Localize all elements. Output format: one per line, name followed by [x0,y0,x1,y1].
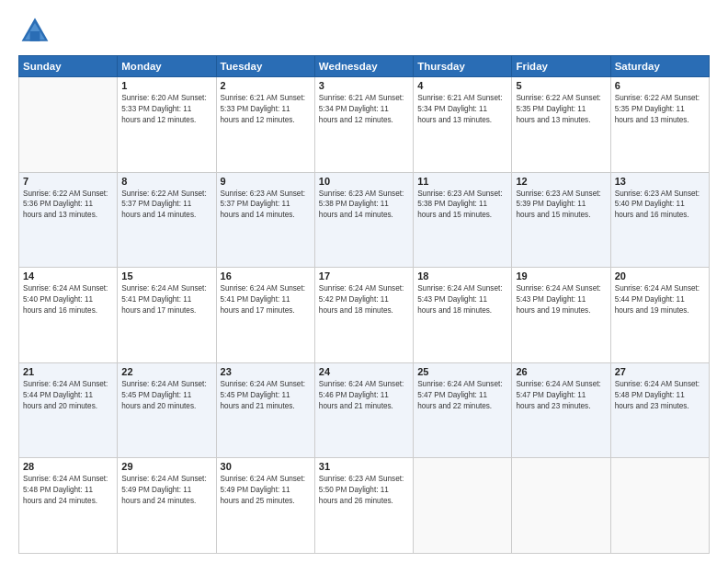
calendar-cell: 25Sunrise: 6:24 AM Sunset: 5:47 PM Dayli… [414,362,512,458]
calendar-header-row: SundayMondayTuesdayWednesdayThursdayFrid… [19,56,710,77]
day-info: Sunrise: 6:24 AM Sunset: 5:48 PM Dayligh… [615,379,705,412]
day-info: Sunrise: 6:21 AM Sunset: 5:33 PM Dayligh… [221,93,311,126]
header-friday: Friday [512,56,610,77]
calendar-cell [19,77,118,173]
day-info: Sunrise: 6:21 AM Sunset: 5:34 PM Dayligh… [417,93,507,126]
calendar-cell: 10Sunrise: 6:23 AM Sunset: 5:38 PM Dayli… [314,172,413,268]
calendar-cell: 3Sunrise: 6:21 AM Sunset: 5:34 PM Daylig… [314,77,413,173]
calendar-cell: 23Sunrise: 6:24 AM Sunset: 5:45 PM Dayli… [216,362,314,458]
header-thursday: Thursday [414,56,512,77]
calendar-cell: 5Sunrise: 6:22 AM Sunset: 5:35 PM Daylig… [512,77,610,173]
header-wednesday: Wednesday [314,56,413,77]
day-number: 16 [221,270,311,282]
day-number: 5 [516,80,606,91]
day-info: Sunrise: 6:24 AM Sunset: 5:41 PM Dayligh… [121,283,211,316]
calendar-cell: 26Sunrise: 6:24 AM Sunset: 5:47 PM Dayli… [512,362,610,458]
header [18,15,710,48]
calendar-cell [414,458,512,554]
calendar-cell: 4Sunrise: 6:21 AM Sunset: 5:34 PM Daylig… [414,77,512,173]
header-tuesday: Tuesday [216,56,314,77]
day-number: 21 [23,366,113,377]
day-number: 2 [221,80,311,91]
calendar-cell: 28Sunrise: 6:24 AM Sunset: 5:48 PM Dayli… [19,458,118,554]
calendar-cell: 31Sunrise: 6:23 AM Sunset: 5:50 PM Dayli… [314,458,413,554]
day-info: Sunrise: 6:23 AM Sunset: 5:37 PM Dayligh… [221,189,311,222]
day-info: Sunrise: 6:24 AM Sunset: 5:46 PM Dayligh… [319,379,409,412]
calendar-table: SundayMondayTuesdayWednesdayThursdayFrid… [18,55,710,554]
calendar-cell: 22Sunrise: 6:24 AM Sunset: 5:45 PM Dayli… [118,362,216,458]
calendar-cell: 8Sunrise: 6:22 AM Sunset: 5:37 PM Daylig… [118,172,216,268]
day-number: 29 [121,461,211,472]
day-info: Sunrise: 6:24 AM Sunset: 5:49 PM Dayligh… [221,474,311,507]
day-info: Sunrise: 6:24 AM Sunset: 5:45 PM Dayligh… [121,379,211,412]
calendar-cell: 29Sunrise: 6:24 AM Sunset: 5:49 PM Dayli… [118,458,216,554]
day-info: Sunrise: 6:22 AM Sunset: 5:35 PM Dayligh… [516,93,606,126]
day-info: Sunrise: 6:23 AM Sunset: 5:39 PM Dayligh… [516,189,606,222]
day-info: Sunrise: 6:24 AM Sunset: 5:48 PM Dayligh… [23,474,113,507]
header-saturday: Saturday [610,56,709,77]
day-number: 8 [121,176,211,187]
day-info: Sunrise: 6:24 AM Sunset: 5:44 PM Dayligh… [615,283,705,316]
day-number: 7 [23,176,113,187]
day-info: Sunrise: 6:23 AM Sunset: 5:50 PM Dayligh… [319,474,409,507]
calendar-cell: 12Sunrise: 6:23 AM Sunset: 5:39 PM Dayli… [512,172,610,268]
calendar-cell: 2Sunrise: 6:21 AM Sunset: 5:33 PM Daylig… [216,77,314,173]
calendar-cell: 9Sunrise: 6:23 AM Sunset: 5:37 PM Daylig… [216,172,314,268]
day-info: Sunrise: 6:24 AM Sunset: 5:40 PM Dayligh… [23,283,113,316]
day-info: Sunrise: 6:22 AM Sunset: 5:37 PM Dayligh… [121,189,211,222]
day-info: Sunrise: 6:24 AM Sunset: 5:43 PM Dayligh… [516,283,606,316]
calendar-cell: 20Sunrise: 6:24 AM Sunset: 5:44 PM Dayli… [610,268,709,363]
calendar-week-5: 28Sunrise: 6:24 AM Sunset: 5:48 PM Dayli… [19,458,710,554]
calendar-cell: 15Sunrise: 6:24 AM Sunset: 5:41 PM Dayli… [118,268,216,363]
day-number: 22 [121,366,211,377]
day-info: Sunrise: 6:24 AM Sunset: 5:43 PM Dayligh… [417,283,507,316]
day-info: Sunrise: 6:24 AM Sunset: 5:49 PM Dayligh… [121,474,211,507]
calendar-week-4: 21Sunrise: 6:24 AM Sunset: 5:44 PM Dayli… [19,362,710,458]
calendar-cell: 7Sunrise: 6:22 AM Sunset: 5:36 PM Daylig… [19,172,118,268]
day-number: 14 [23,270,113,282]
calendar-week-3: 14Sunrise: 6:24 AM Sunset: 5:40 PM Dayli… [19,268,710,363]
day-number: 17 [319,270,409,282]
day-number: 24 [319,366,409,377]
day-number: 28 [23,461,113,472]
day-info: Sunrise: 6:23 AM Sunset: 5:38 PM Dayligh… [417,189,507,222]
day-number: 11 [417,176,507,187]
calendar-cell: 19Sunrise: 6:24 AM Sunset: 5:43 PM Dayli… [512,268,610,363]
day-number: 3 [319,80,409,91]
header-sunday: Sunday [19,56,118,77]
calendar-cell [610,458,709,554]
logo-icon [18,15,51,48]
day-info: Sunrise: 6:24 AM Sunset: 5:42 PM Dayligh… [319,283,409,316]
day-number: 19 [516,270,606,282]
day-number: 18 [417,270,507,282]
day-info: Sunrise: 6:23 AM Sunset: 5:40 PM Dayligh… [615,189,705,222]
day-number: 4 [417,80,507,91]
calendar-cell: 27Sunrise: 6:24 AM Sunset: 5:48 PM Dayli… [610,362,709,458]
calendar-cell: 16Sunrise: 6:24 AM Sunset: 5:41 PM Dayli… [216,268,314,363]
day-info: Sunrise: 6:24 AM Sunset: 5:47 PM Dayligh… [516,379,606,412]
day-number: 26 [516,366,606,377]
day-info: Sunrise: 6:22 AM Sunset: 5:35 PM Dayligh… [615,93,705,126]
day-number: 25 [417,366,507,377]
day-number: 31 [319,461,409,472]
day-info: Sunrise: 6:20 AM Sunset: 5:33 PM Dayligh… [121,93,211,126]
calendar-cell: 17Sunrise: 6:24 AM Sunset: 5:42 PM Dayli… [314,268,413,363]
day-number: 30 [221,461,311,472]
logo [18,15,55,48]
calendar-week-1: 1Sunrise: 6:20 AM Sunset: 5:33 PM Daylig… [19,77,710,173]
day-number: 23 [221,366,311,377]
day-info: Sunrise: 6:24 AM Sunset: 5:45 PM Dayligh… [221,379,311,412]
calendar-cell: 24Sunrise: 6:24 AM Sunset: 5:46 PM Dayli… [314,362,413,458]
day-info: Sunrise: 6:24 AM Sunset: 5:47 PM Dayligh… [417,379,507,412]
day-number: 9 [221,176,311,187]
day-number: 6 [615,80,705,91]
day-number: 27 [615,366,705,377]
day-info: Sunrise: 6:22 AM Sunset: 5:36 PM Dayligh… [23,189,113,222]
calendar-cell: 1Sunrise: 6:20 AM Sunset: 5:33 PM Daylig… [118,77,216,173]
day-info: Sunrise: 6:24 AM Sunset: 5:44 PM Dayligh… [23,379,113,412]
calendar-cell: 18Sunrise: 6:24 AM Sunset: 5:43 PM Dayli… [414,268,512,363]
day-number: 1 [121,80,211,91]
page: SundayMondayTuesdayWednesdayThursdayFrid… [0,0,728,563]
day-number: 12 [516,176,606,187]
day-info: Sunrise: 6:21 AM Sunset: 5:34 PM Dayligh… [319,93,409,126]
